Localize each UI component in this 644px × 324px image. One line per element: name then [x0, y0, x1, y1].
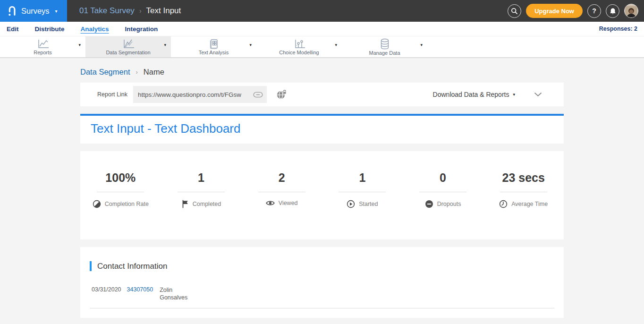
report-link-field — [133, 86, 267, 103]
bell-icon — [610, 8, 616, 15]
stat-completion-rate: 100% Completion Rate — [80, 171, 161, 210]
public-link-security-button[interactable] — [276, 89, 288, 100]
responses-count[interactable]: Responses: 2 — [599, 26, 637, 32]
respondent-first-name: Zolin — [160, 287, 172, 293]
toolbar-item-reports[interactable]: Reports ▾ — [0, 36, 85, 57]
contact-information-card: Contact Information 03/31/2020 34307050 … — [80, 247, 564, 318]
respondent-last-name: Gonsalves — [160, 294, 187, 301]
page-title: Text Input - Text Dashboard — [91, 121, 553, 136]
divider — [97, 192, 144, 192]
stat-label: Average Time — [511, 201, 548, 207]
toolbar-item-label: Data Segmentation — [106, 50, 150, 55]
dashboard-title-card: Text Input - Text Dashboard — [80, 114, 564, 144]
download-data-reports-dropdown[interactable]: Download Data & Reports ▾ — [433, 91, 515, 98]
breadcrumb-survey-link[interactable]: 01 Take Survey — [79, 6, 135, 16]
brand-product-label: Surveys — [21, 7, 50, 16]
report-link-label: Report Link — [97, 91, 127, 98]
search-icon — [511, 8, 518, 15]
report-link-card: Report Link Download Data & Reports ▾ — [80, 83, 564, 106]
question-mark-icon: ? — [592, 7, 596, 15]
stat-label: Completion Rate — [105, 201, 149, 207]
play-circle-icon — [347, 200, 355, 208]
stat-completed: 1 Completed — [161, 171, 242, 210]
stat-value: 1 — [161, 171, 242, 185]
line-chart-icon — [36, 39, 50, 49]
stats-card: 100% Completion Rate 1 — [80, 151, 564, 239]
section-accent-bar — [90, 261, 92, 271]
stat-label: Viewed — [279, 200, 298, 206]
chevron-down-icon[interactable]: ▾ — [420, 43, 423, 47]
caret-down-icon: ▾ — [513, 92, 515, 97]
collapse-panel-button[interactable] — [534, 92, 542, 97]
chevron-down-icon[interactable]: ▾ — [78, 43, 81, 47]
text-document-icon — [208, 39, 220, 49]
divider — [339, 192, 386, 192]
clock-icon — [499, 200, 508, 208]
stat-viewed: 2 Viewed — [241, 171, 322, 210]
stat-value: 23 secs — [483, 171, 564, 185]
stat-value: 1 — [322, 171, 403, 185]
header-actions: Upgrade Now ? — [508, 0, 638, 22]
brand-caret-icon: ▾ — [55, 9, 58, 14]
stat-value: 0 — [403, 171, 483, 185]
divider — [500, 192, 547, 192]
analytics-toolbar: Reports ▾ Data Segmentation ▾ Text Analy… — [0, 36, 644, 58]
toolbar-item-label: Reports — [34, 50, 52, 55]
section-title: Contact Information — [97, 262, 167, 271]
breadcrumb-current: Name — [144, 68, 164, 77]
breadcrumb-current-page: Text Input — [146, 6, 181, 16]
respondent-name: Zolin Gonsalves — [160, 286, 187, 302]
nav-edit[interactable]: Edit — [7, 26, 19, 33]
contact-row: 03/31/2020 34307050 Zolin Gonsalves — [92, 286, 554, 302]
stat-value: 2 — [241, 171, 322, 185]
eye-icon — [266, 200, 275, 206]
help-button[interactable]: ? — [587, 4, 601, 18]
divider — [419, 192, 466, 192]
response-date: 03/31/2020 — [92, 286, 121, 293]
search-button[interactable] — [508, 4, 521, 18]
chevron-down-icon[interactable]: ▾ — [164, 43, 166, 47]
flag-icon — [181, 200, 189, 208]
survey-nav: Edit Distribute Analytics Integration Re… — [0, 22, 644, 36]
stat-label: Started — [359, 201, 378, 207]
questionpro-logo-icon — [8, 5, 17, 17]
app-header: Surveys ▾ 01 Take Survey › Text Input Up… — [0, 0, 644, 22]
breadcrumb-data-segment-link[interactable]: Data Segment — [80, 68, 130, 77]
report-link-input[interactable] — [138, 91, 251, 98]
breadcrumb-separator: › — [136, 68, 137, 76]
download-data-reports-label: Download Data & Reports — [433, 91, 509, 98]
page-breadcrumb: Data Segment › Name — [80, 58, 564, 83]
brand-menu[interactable]: Surveys ▾ — [0, 0, 67, 22]
toolbar-item-data-segmentation[interactable]: Data Segmentation ▾ — [85, 36, 171, 57]
stat-dropouts: 0 Dropouts — [403, 171, 483, 210]
nav-analytics[interactable]: Analytics — [81, 26, 109, 33]
chevron-down-icon[interactable]: ▾ — [335, 43, 337, 47]
nav-distribute[interactable]: Distribute — [35, 26, 65, 33]
link-icon[interactable] — [253, 92, 263, 98]
toolbar-item-choice-modelling[interactable]: Choice Modelling ▾ — [256, 36, 342, 57]
notifications-button[interactable] — [606, 4, 619, 18]
database-icon — [379, 38, 390, 50]
section-header: Contact Information — [90, 247, 554, 271]
stat-label: Dropouts — [437, 201, 461, 207]
stat-value: 100% — [80, 171, 161, 185]
person-photo — [625, 6, 637, 17]
toolbar-item-text-analysis[interactable]: Text Analysis ▾ — [171, 36, 256, 57]
toolbar-item-label: Text Analysis — [199, 50, 229, 55]
content-area: Data Segment › Name Report Link — [80, 58, 564, 324]
nav-integration[interactable]: Integration — [125, 26, 158, 33]
divider — [90, 308, 554, 308]
divider — [258, 192, 305, 192]
chevron-down-icon — [534, 92, 542, 97]
globe-lock-icon — [276, 89, 288, 100]
divider — [178, 192, 225, 192]
stat-label: Completed — [193, 201, 221, 207]
breadcrumb-separator: › — [139, 7, 142, 15]
response-id-link[interactable]: 34307050 — [127, 286, 153, 293]
stat-started: 1 Started — [322, 171, 403, 210]
user-avatar[interactable] — [624, 4, 638, 18]
toolbar-item-manage-data[interactable]: Manage Data ▾ — [342, 36, 427, 57]
chevron-down-icon[interactable]: ▾ — [249, 43, 252, 47]
upgrade-now-button[interactable]: Upgrade Now — [526, 4, 583, 18]
scatter-chart-icon — [293, 39, 306, 49]
